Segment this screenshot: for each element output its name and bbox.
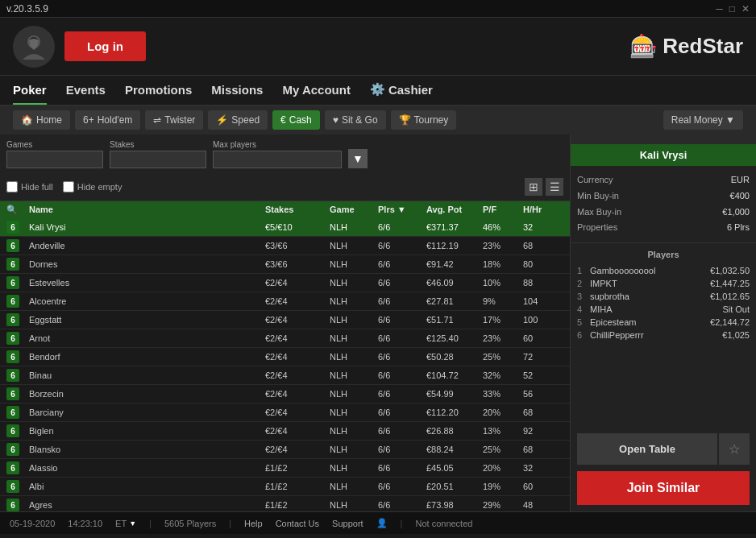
row-game: NLH	[330, 445, 378, 454]
nav-item-promotions[interactable]: Promotions	[125, 83, 192, 105]
row-hhr: 60	[523, 333, 563, 343]
grid-view-button[interactable]: ⊞	[525, 178, 542, 196]
list-view-button[interactable]: ☰	[546, 178, 563, 196]
hide-empty-label: Hide empty	[77, 182, 123, 192]
row-plrs: 6/6	[378, 259, 426, 269]
row-game: NLH	[330, 482, 378, 491]
table-row[interactable]: 6 Agres £1/£2 NLH 6/6 £73.98 29% 48	[0, 496, 570, 511]
table-row[interactable]: 6 Alassio £1/£2 NLH 6/6 £45.05 20% 32	[0, 459, 570, 478]
table-row[interactable]: 6 Eggstatt €2/€4 NLH 6/6 €51.71 17% 100	[0, 311, 570, 329]
tourney-button[interactable]: 🏆 Tourney	[391, 110, 457, 130]
player-name: Gambooooooool	[590, 266, 710, 275]
open-table-button[interactable]: Open Table	[577, 433, 717, 465]
hide-full-checkbox[interactable]	[6, 181, 18, 192]
row-name: Binau	[29, 370, 265, 380]
sitgo-button[interactable]: ♥ Sit & Go	[325, 110, 386, 130]
nav-item-myaccount[interactable]: My Account	[282, 83, 350, 105]
cashier-label: Cashier	[388, 83, 433, 97]
table-row[interactable]: 6 Dornes €3/€6 NLH 6/6 €91.42 18% 80	[0, 255, 570, 274]
timezone-dropdown[interactable]: ET ▼	[115, 519, 136, 528]
player-row: 5 Epicesteam €2,144.72	[577, 316, 750, 329]
row-pf: 25%	[483, 352, 523, 362]
row-stakes: £1/£2	[265, 463, 330, 473]
row-plrs: 6/6	[378, 315, 426, 325]
twister-icon: ⇌	[153, 114, 161, 126]
nav-item-poker[interactable]: Poker	[13, 83, 47, 105]
action-buttons: Open Table ☆	[571, 427, 756, 471]
table-row[interactable]: 6 Alcoentre €2/€4 NLH 6/6 €27.81 9% 104	[0, 292, 570, 311]
table-row[interactable]: 6 Albi £1/£2 NLH 6/6 £20.51 19% 60	[0, 478, 570, 496]
table-info-header: Kali Vrysi	[571, 144, 756, 166]
header-left: Log in	[13, 26, 146, 68]
speed-button[interactable]: ⚡ Speed	[208, 110, 268, 130]
row-name: Alassio	[29, 463, 265, 473]
minimize-btn[interactable]: ─	[716, 3, 723, 14]
filter-button[interactable]: ▼	[348, 149, 368, 168]
twister-button[interactable]: ⇌ Twister	[145, 110, 203, 130]
row-pf: 23%	[483, 241, 523, 250]
games-input[interactable]	[6, 151, 103, 168]
nav-item-cashier[interactable]: ⚙️ Cashier	[370, 82, 433, 105]
home-button[interactable]: 🏠 Home	[13, 110, 70, 130]
real-money-button[interactable]: Real Money ▼	[663, 110, 743, 130]
table-row[interactable]: 6 Blansko €2/€4 NLH 6/6 €88.24 25% 68	[0, 441, 570, 459]
status-bar: 05-19-2020 14:23:10 ET ▼ | 5605 Players …	[0, 511, 756, 534]
support-label[interactable]: Support	[332, 519, 363, 528]
connection-status: Not connected	[415, 519, 472, 528]
help-link[interactable]: Help	[244, 519, 263, 528]
player-num: 2	[577, 279, 590, 288]
table-row[interactable]: 6 Binau €2/€4 NLH 6/6 €104.72 32% 52	[0, 366, 570, 385]
player-amount: €1,447.25	[710, 279, 750, 288]
table-row[interactable]: 6 Bendorf €2/€4 NLH 6/6 €50.28 25% 72	[0, 348, 570, 366]
hide-empty-check[interactable]: Hide empty	[63, 181, 123, 192]
table-row[interactable]: 6 Arnot €2/€4 NLH 6/6 €125.40 23% 60	[0, 329, 570, 348]
main-area: Games Stakes Max players ▼ Hide full Hid…	[0, 134, 756, 511]
row-stakes: €2/€4	[265, 315, 330, 325]
currency-label: Currency	[577, 172, 613, 188]
currency-value: EUR	[731, 172, 750, 188]
window-controls[interactable]: ─ □ ✕	[716, 3, 750, 14]
hide-full-check[interactable]: Hide full	[6, 181, 53, 192]
row-stakes: £1/£2	[265, 500, 330, 510]
row-name: Arnot	[29, 333, 265, 343]
search-icon[interactable]: 🔍	[6, 205, 29, 215]
filters-row: Games Stakes Max players ▼	[0, 134, 570, 173]
row-game: NLH	[330, 463, 378, 473]
table-row[interactable]: 6 Kali Vrysi €5/€10 NLH 6/6 €371.37 46% …	[0, 218, 570, 237]
logo-text: RedStar	[663, 34, 743, 59]
stakes-input[interactable]	[110, 151, 206, 168]
hide-empty-checkbox[interactable]	[63, 181, 74, 192]
hide-full-label: Hide full	[21, 182, 53, 192]
holdem-button[interactable]: 6+ Hold'em	[75, 110, 140, 130]
player-num: 1	[577, 266, 590, 275]
table-row[interactable]: 6 Andeville €3/€6 NLH 6/6 €112.19 23% 68	[0, 237, 570, 255]
table-row[interactable]: 6 Estevelles €2/€4 NLH 6/6 €46.09 10% 88	[0, 274, 570, 292]
row-game: NLH	[330, 278, 378, 288]
close-btn[interactable]: ✕	[741, 3, 750, 14]
players-list: 1 Gambooooooool €1,032.50 2 IMPKT €1,447…	[577, 264, 750, 341]
star-button[interactable]: ☆	[719, 433, 750, 465]
table-row[interactable]: 6 Barciany €2/€4 NLH 6/6 €112.20 20% 68	[0, 404, 570, 422]
player-name: ChilliPepperrr	[590, 330, 722, 340]
row-avgpot: €50.28	[426, 352, 483, 362]
row-game: NLH	[330, 241, 378, 250]
row-hhr: 48	[523, 500, 563, 510]
col-stakes: Stakes	[265, 205, 330, 215]
nav-item-missions[interactable]: Missions	[211, 83, 263, 105]
nav-item-events[interactable]: Events	[66, 83, 106, 105]
row-game: NLH	[330, 315, 378, 325]
maxplayers-input[interactable]	[213, 151, 342, 168]
row-plrs: 6/6	[378, 408, 426, 417]
table-row[interactable]: 6 Biglen €2/€4 NLH 6/6 €26.88 13% 92	[0, 422, 570, 441]
join-similar-button[interactable]: Join Similar	[577, 471, 750, 505]
timezone-label: ET	[115, 519, 127, 528]
login-button[interactable]: Log in	[64, 31, 146, 61]
cash-button[interactable]: € Cash	[272, 110, 320, 130]
game-badge: 6	[6, 443, 19, 456]
contact-link[interactable]: Contact Us	[276, 519, 319, 528]
maximize-btn[interactable]: □	[729, 3, 735, 14]
row-name: Dornes	[29, 259, 265, 269]
logo-icon: 🎰	[629, 33, 658, 60]
row-pf: 13%	[483, 426, 523, 436]
table-row[interactable]: 6 Borzecin €2/€4 NLH 6/6 €54.99 33% 56	[0, 385, 570, 404]
